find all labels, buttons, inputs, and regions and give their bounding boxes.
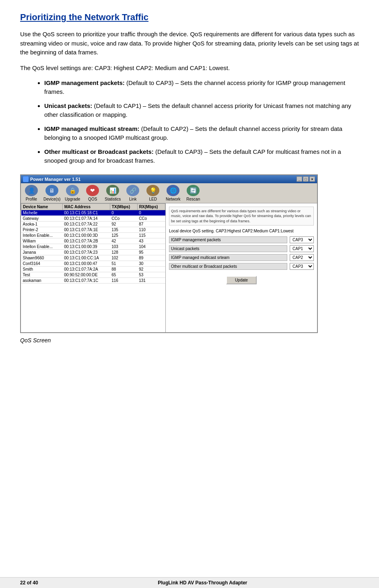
minimize-button[interactable]: _ xyxy=(297,176,302,182)
table-row[interactable]: Intellon Enable... 00:13:C1:00:00:3D 125… xyxy=(21,232,165,238)
toolbar-led-label: LED xyxy=(149,197,157,201)
cell-mac: 00:13:C1:07:7A:1E xyxy=(62,227,110,232)
cell-rx: 115 xyxy=(137,232,165,238)
qos-select-unicast[interactable]: CAP1CAP2CAP3 xyxy=(290,245,314,252)
cell-rx: 43 xyxy=(137,238,165,244)
table-row[interactable]: Shawn9660 00:13:C1:00:CC:1A 102 89 xyxy=(21,255,165,261)
table-row[interactable]: Janana 00:13:C1:07:7A:23 128 95 xyxy=(21,249,165,255)
qos-select-igmp-multicast[interactable]: CAP2CAP1CAP3 xyxy=(290,254,314,261)
qos-label-igmp-mgmt: IGMP management packets xyxy=(169,236,287,243)
cell-tx: 128 xyxy=(110,249,137,255)
titlebar-left: Power Manager ver 1.51 xyxy=(23,176,80,182)
bullet-igmp-mgmt: IGMP management packets: (Default to CAP… xyxy=(44,79,359,97)
cell-rx: 104 xyxy=(137,244,165,249)
cell-tx: 92 xyxy=(110,221,137,227)
screenshot-caption: QoS Screen xyxy=(20,337,359,344)
cell-device-name: Conf3164 xyxy=(21,261,63,266)
cell-tx: 42 xyxy=(110,238,137,244)
cell-mac: 00:13:C1:07:7A:14 xyxy=(62,215,110,221)
bullet-label-1: IGMP management packets: xyxy=(44,79,125,86)
bullet-label-2: Unicast packets: xyxy=(44,102,92,109)
toolbar-upgrade[interactable]: 🔒 Upgrade xyxy=(64,185,80,201)
cell-mac: 00:13:C1:07:7A:22 xyxy=(62,221,110,227)
bullet-label-4: Other multicast or Broadcast packets: xyxy=(44,148,154,155)
cell-device-name: asokaman xyxy=(21,277,63,283)
toolbar-network[interactable]: 🌐 Network xyxy=(165,185,181,201)
table-row[interactable]: Printer-2 00:13:C1:07:7A:1E 135 110 xyxy=(21,227,165,232)
qos-icon: ❤ xyxy=(86,185,99,196)
rescan-icon: 🔄 xyxy=(187,185,200,196)
table-row[interactable]: Asoka-1 00:13:C1:07:7A:22 92 87 xyxy=(21,221,165,227)
table-row[interactable]: William 00:13:C1:07:7A:2B 42 43 xyxy=(21,238,165,244)
intro-paragraph-1: Use the QoS screen to prioritize your tr… xyxy=(20,30,359,57)
bullet-igmp-multicast: IGMP managed multicast stream: (Default … xyxy=(44,124,359,143)
cell-tx: 135 xyxy=(110,227,137,232)
table-row[interactable]: Smith 00:13:C1:07:7A:2A 88 92 xyxy=(21,266,165,272)
toolbar-rescan-label: Rescan xyxy=(186,197,200,201)
window-controls[interactable]: _ □ × xyxy=(297,176,315,182)
toolbar-devices[interactable]: 🖥 Device(s) xyxy=(43,185,60,201)
toolbar-led[interactable]: 💡 LED xyxy=(145,185,161,201)
led-icon: 💡 xyxy=(146,185,159,196)
cell-rx: CCo xyxy=(137,215,165,221)
toolbar: 👤 Profile 🖥 Device(s) 🔒 Upgrade ❤ QOS 📊 … xyxy=(21,183,317,203)
maximize-button[interactable]: □ xyxy=(303,176,309,182)
device-list-panel: Device Name MAC Address TX(Mbps) RX(Mbps… xyxy=(21,203,166,332)
table-row[interactable]: Test 00:90:52:00:00:DE 65 53 xyxy=(21,272,165,277)
cell-mac: 00:13:C1:00:00:3D xyxy=(62,232,110,238)
cell-rx: 0 xyxy=(137,210,165,215)
cell-mac: 00:13:C1:00:00:39 xyxy=(62,244,110,249)
upgrade-icon: 🔒 xyxy=(66,185,79,196)
toolbar-link-label: Link xyxy=(129,197,136,201)
toolbar-devices-label: Device(s) xyxy=(43,197,60,201)
page-title: Prioritizing the Network Traffic xyxy=(20,12,359,23)
col-device-name: Device Name xyxy=(21,203,63,210)
table-row[interactable]: Gateway 00:13:C1:07:7A:14 CCo CCo xyxy=(21,215,165,221)
cell-rx: 95 xyxy=(137,249,165,255)
toolbar-profile-label: Profile xyxy=(26,197,37,201)
cell-tx: 103 xyxy=(110,244,137,249)
cell-tx: 0 xyxy=(110,210,137,215)
qos-description: QoS requirements are different for vario… xyxy=(169,207,314,226)
cell-mac: 00:13:C1:07:7A:2A xyxy=(62,266,110,272)
cell-rx: 87 xyxy=(137,221,165,227)
toolbar-rescan[interactable]: 🔄 Rescan xyxy=(185,185,201,201)
qos-select-igmp-mgmt[interactable]: CAP3CAP2CAP1 xyxy=(290,236,314,243)
cell-mac: 00:13:C1:00:CC:1A xyxy=(62,255,110,261)
cell-rx: 53 xyxy=(137,272,165,277)
toolbar-upgrade-label: Upgrade xyxy=(65,197,80,201)
page-number: 22 of 40 xyxy=(20,580,38,586)
toolbar-network-label: Network xyxy=(166,197,181,201)
bullet-list: IGMP management packets: (Default to CAP… xyxy=(44,79,359,166)
col-mac-address: MAC Address xyxy=(62,203,110,210)
toolbar-link[interactable]: 🔗 Link xyxy=(125,185,141,201)
col-rx: RX(Mbps) xyxy=(137,203,165,210)
cell-rx: 92 xyxy=(137,266,165,272)
toolbar-profile[interactable]: 👤 Profile xyxy=(23,185,39,201)
table-row[interactable]: Conf3164 00:13:C1:00:00:47 51 30 xyxy=(21,261,165,266)
qos-row-other-multicast: Other multicast or Broadcast packets CAP… xyxy=(169,263,314,270)
toolbar-qos-label: QOS xyxy=(88,197,97,201)
cell-device-name: Shawn9660 xyxy=(21,255,63,261)
cell-mac: 00:13:C1:07:7A:2B xyxy=(62,238,110,244)
cell-rx: 30 xyxy=(137,261,165,266)
table-row[interactable]: asokaman 00:13:C1:07:7A:1C 116 131 xyxy=(21,277,165,283)
cell-device-name: Intellon Enable... xyxy=(21,232,63,238)
col-tx: TX(Mbps) xyxy=(110,203,137,210)
close-button[interactable]: × xyxy=(309,176,315,182)
toolbar-statistics[interactable]: 📊 Statistics xyxy=(105,185,121,201)
qos-row-igmp-mgmt: IGMP management packets CAP3CAP2CAP1 xyxy=(169,236,314,243)
toolbar-qos[interactable]: ❤ QOS xyxy=(84,185,101,201)
table-row[interactable]: Michelle 00:13:C1:05:18:C1 0 0 xyxy=(21,210,165,215)
update-button[interactable]: Update xyxy=(226,276,257,284)
table-row[interactable]: Intellon Enable... 00:13:C1:00:00:39 103… xyxy=(21,244,165,249)
cell-device-name: Intellon Enable... xyxy=(21,244,63,249)
window-titlebar: Power Manager ver 1.51 _ □ × xyxy=(21,175,317,183)
qos-settings-panel: QoS requirements are different for vario… xyxy=(166,203,317,332)
qos-level-text: The QoS level settings are: CAP3: Highes… xyxy=(20,64,359,71)
cell-rx: 89 xyxy=(137,255,165,261)
cell-tx: 88 xyxy=(110,266,137,272)
cell-mac: 00:13:C1:00:00:47 xyxy=(62,261,110,266)
qos-select-other-multicast[interactable]: CAP3CAP2CAP1 xyxy=(290,263,314,270)
cell-device-name: William xyxy=(21,238,63,244)
